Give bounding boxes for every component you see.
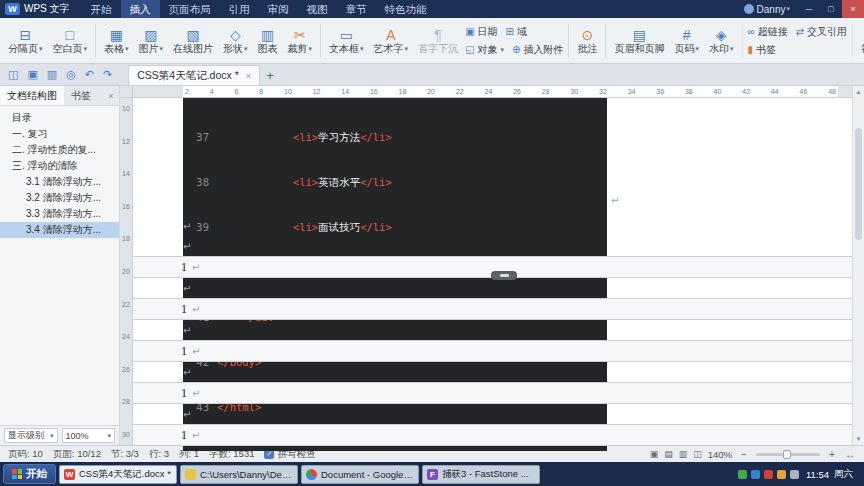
vertical-ruler[interactable]: 1012141618202224262830 bbox=[120, 98, 133, 445]
bookmark-button[interactable]: ▮ 书签 bbox=[748, 43, 777, 57]
tray-icon[interactable] bbox=[751, 470, 760, 479]
comment-button[interactable]: ⊙ 批注 bbox=[572, 20, 602, 61]
document-page[interactable]: 37 <li>学习方法</li> 38 <li>英语水平</li> 39 <li… bbox=[133, 98, 852, 445]
empty-paragraph[interactable]: ↵ bbox=[133, 404, 852, 424]
menu-tab-page-layout[interactable]: 页面布局 bbox=[160, 0, 220, 18]
scroll-down-icon[interactable]: ▼ bbox=[853, 433, 864, 445]
undo-button[interactable]: ↶ bbox=[85, 63, 94, 85]
header-footer-button[interactable]: ▤ 页眉和页脚 bbox=[609, 20, 669, 61]
tray-icon[interactable] bbox=[790, 470, 799, 479]
user-name[interactable]: Danny bbox=[757, 4, 786, 15]
zoom-slider[interactable] bbox=[756, 453, 820, 456]
picture-button[interactable]: ▨ 图片▾ bbox=[134, 20, 169, 61]
page-number-button[interactable]: # 页码▾ bbox=[669, 20, 704, 61]
scroll-up-icon[interactable]: ▲ bbox=[853, 86, 864, 98]
watermark-button[interactable]: ◈ 水印▾ bbox=[704, 20, 739, 61]
minimize-button[interactable]: ─ bbox=[798, 0, 820, 18]
field-button[interactable]: ⊞ 域 bbox=[506, 25, 527, 39]
menu-tab-home[interactable]: 开始 bbox=[82, 0, 121, 18]
attach-file-button[interactable]: ⊕ 插入附件 bbox=[512, 43, 563, 57]
shapes-button[interactable]: ◇ 形状▾ bbox=[218, 20, 253, 61]
taskbar-item-chrome[interactable]: Document - Google C... bbox=[301, 465, 419, 484]
page-break-button[interactable]: ⊟ 分隔页▾ bbox=[3, 20, 48, 61]
numbered-list-row[interactable]: 1↵ bbox=[133, 382, 852, 404]
docmap-item[interactable]: 目录 bbox=[0, 110, 119, 126]
docmap-item[interactable]: 3.1 清除浮动方... bbox=[0, 174, 119, 190]
panel-close-icon[interactable]: × bbox=[103, 86, 119, 105]
user-dropdown-icon[interactable]: ▾ bbox=[786, 5, 790, 13]
numbered-list-row[interactable]: 1↵ bbox=[133, 424, 852, 446]
zoom-slider-thumb[interactable] bbox=[783, 450, 791, 459]
zoom-out-button[interactable]: − bbox=[738, 449, 750, 460]
export-button[interactable]: ▣ bbox=[27, 63, 37, 85]
zoom-in-button[interactable]: + bbox=[826, 449, 838, 460]
vertical-scrollbar[interactable]: ▲ ▼ bbox=[852, 86, 864, 445]
zoom-percentage[interactable]: 140% bbox=[708, 449, 732, 460]
view-mode-fullscreen-icon[interactable]: ◫ bbox=[693, 449, 702, 459]
tray-icon[interactable] bbox=[777, 470, 786, 479]
view-mode-page-icon[interactable]: ▣ bbox=[650, 449, 659, 459]
tab-close-icon[interactable]: × bbox=[246, 71, 251, 81]
crop-icon: ✂ bbox=[294, 27, 306, 43]
table-icon: ▦ bbox=[110, 27, 123, 43]
close-button[interactable]: × bbox=[842, 0, 864, 18]
menu-tab-insert[interactable]: 插入 bbox=[121, 0, 160, 18]
display-level-dropdown[interactable]: 显示级别▾ bbox=[4, 428, 58, 443]
menu-tab-special-features[interactable]: 特色功能 bbox=[376, 0, 436, 18]
tab-bookmarks[interactable]: 书签 bbox=[64, 86, 98, 105]
empty-paragraph[interactable]: ↵ bbox=[133, 278, 852, 298]
symbol-button[interactable]: Ω 符号▾ bbox=[856, 20, 864, 61]
save-button[interactable]: ◫ bbox=[8, 63, 18, 85]
numbered-list-row[interactable]: 1↵ bbox=[133, 298, 852, 320]
menu-tab-view[interactable]: 视图 bbox=[298, 0, 337, 18]
empty-paragraph[interactable]: ↵ bbox=[133, 362, 852, 382]
word-art-button[interactable]: A 艺术字▾ bbox=[369, 20, 414, 61]
taskbar-item-explorer[interactable]: C:\Users\Danny\Desk... bbox=[180, 465, 298, 484]
text-box-button[interactable]: ▭ 文本框▾ bbox=[324, 20, 369, 61]
empty-paragraph[interactable]: ↵ bbox=[133, 320, 852, 340]
horizontal-ruler[interactable]: 2468101214161820222426283032343638404244… bbox=[133, 86, 852, 98]
redo-button[interactable]: ↷ bbox=[103, 63, 112, 85]
fit-width-button[interactable]: ↔ bbox=[844, 449, 856, 460]
taskbar-item-faststone[interactable]: F 捕获3 - FastStone ... bbox=[422, 465, 540, 484]
hyperlink-button[interactable]: ∞ 超链接 bbox=[748, 25, 788, 39]
blank-page-button[interactable]: □ 空白页▾ bbox=[48, 20, 93, 61]
view-mode-web-icon[interactable]: ▥ bbox=[679, 449, 688, 459]
docmap-item[interactable]: 3.3 清除浮动方... bbox=[0, 206, 119, 222]
docmap-item[interactable]: 二. 浮动性质的复... bbox=[0, 142, 119, 158]
docmap-item[interactable]: 3.2 清除浮动方... bbox=[0, 190, 119, 206]
new-document-tab-button[interactable]: + bbox=[260, 65, 280, 85]
taskbar-item-wps[interactable]: W CSS第4天笔记.docx * bbox=[59, 465, 177, 484]
table-button[interactable]: ▦ 表格▾ bbox=[99, 20, 134, 61]
table-resize-handle[interactable] bbox=[491, 271, 517, 280]
scrollbar-thumb[interactable] bbox=[855, 128, 862, 240]
menu-tab-section[interactable]: 章节 bbox=[337, 0, 376, 18]
user-avatar[interactable] bbox=[744, 4, 754, 14]
tray-icon[interactable] bbox=[738, 470, 747, 479]
empty-paragraph[interactable]: ↵ bbox=[133, 216, 852, 236]
wps-logo-icon[interactable]: W bbox=[5, 3, 20, 15]
crop-button[interactable]: ✂ 裁剪▾ bbox=[283, 20, 318, 61]
map-zoom-dropdown[interactable]: 100%▾ bbox=[62, 428, 116, 443]
cross-reference-button[interactable]: ⇄ 交叉引用 bbox=[796, 25, 847, 39]
view-mode-outline-icon[interactable]: ▤ bbox=[664, 449, 673, 459]
menu-tab-review[interactable]: 审阅 bbox=[259, 0, 298, 18]
restore-button[interactable]: □ bbox=[820, 0, 842, 18]
taskbar-clock[interactable]: 11:54 周六 bbox=[803, 468, 856, 481]
numbered-list-row[interactable]: 1↵ bbox=[133, 340, 852, 362]
date-button[interactable]: ▣ 日期 bbox=[465, 25, 497, 39]
print-preview-button[interactable]: ◎ bbox=[66, 63, 76, 85]
tab-document-map[interactable]: 文档结构图 bbox=[0, 86, 64, 105]
chart-button[interactable]: ▥ 图表 bbox=[253, 20, 283, 61]
document-tab[interactable]: CSS第4天笔记.docx * × bbox=[128, 65, 260, 85]
empty-paragraph[interactable]: ↵ bbox=[133, 236, 852, 256]
docmap-item[interactable]: 一. 复习 bbox=[0, 126, 119, 142]
online-picture-button[interactable]: ▧ 在线图片 bbox=[168, 20, 218, 61]
object-button[interactable]: ◱ 对象 ▾ bbox=[465, 43, 504, 57]
menu-tab-references[interactable]: 引用 bbox=[220, 0, 259, 18]
tray-icon[interactable] bbox=[764, 470, 773, 479]
docmap-item-selected[interactable]: 3.4 清除浮动方... bbox=[0, 222, 119, 238]
print-button[interactable]: ▥ bbox=[47, 63, 57, 85]
start-button[interactable]: 开始 bbox=[3, 464, 56, 484]
docmap-item[interactable]: 三. 浮动的清除 bbox=[0, 158, 119, 174]
